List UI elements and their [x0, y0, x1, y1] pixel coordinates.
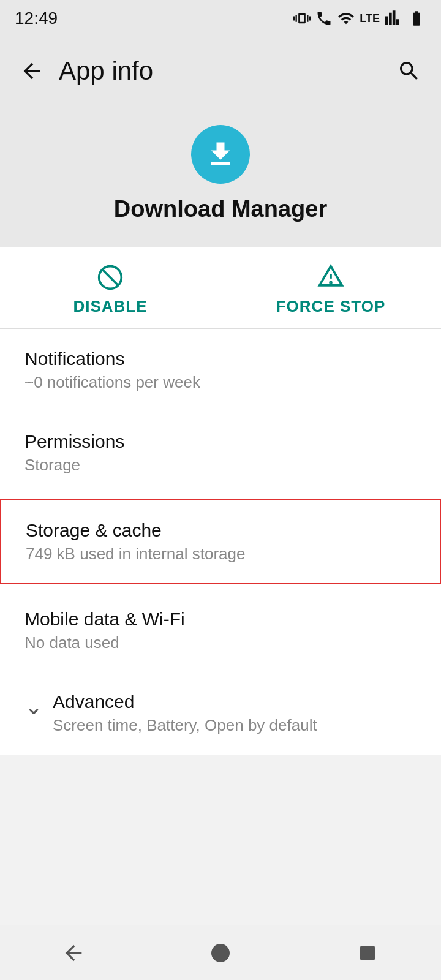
advanced-subtitle: Screen time, Battery, Open by default: [53, 716, 317, 735]
mobile-data-title: Mobile data & Wi-Fi: [24, 609, 417, 630]
permissions-item[interactable]: Permissions Storage: [0, 412, 441, 494]
recents-nav-button[interactable]: [337, 935, 398, 971]
disable-button[interactable]: DISABLE: [49, 264, 172, 316]
disable-icon: [97, 264, 124, 291]
app-bar-left: App info: [15, 54, 153, 88]
wifi-icon: [337, 10, 355, 27]
app-name: Download Manager: [114, 196, 327, 222]
svg-line-1: [102, 270, 118, 285]
notifications-title: Notifications: [24, 349, 417, 369]
advanced-item[interactable]: ⌄ Advanced Screen time, Battery, Open by…: [0, 672, 441, 755]
status-time: 12:49: [15, 9, 58, 28]
notifications-item[interactable]: Notifications ~0 notifications per week: [0, 329, 441, 412]
bottom-nav: [0, 925, 441, 980]
storage-cache-title: Storage & cache: [26, 520, 415, 541]
force-stop-button[interactable]: FORCE STOP: [270, 264, 392, 316]
notifications-subtitle: ~0 notifications per week: [24, 373, 417, 392]
search-button[interactable]: [392, 54, 426, 88]
back-nav-icon: [61, 941, 86, 965]
force-stop-label: FORCE STOP: [276, 297, 386, 316]
chevron-down-icon: ⌄: [24, 694, 43, 720]
disable-label: DISABLE: [73, 297, 147, 316]
permissions-title: Permissions: [24, 431, 417, 452]
advanced-title: Advanced: [53, 692, 317, 712]
battery-icon: [407, 10, 426, 27]
svg-point-5: [211, 944, 230, 962]
phone-icon: [315, 10, 333, 27]
svg-point-4: [330, 282, 331, 283]
home-nav-icon: [209, 942, 232, 964]
settings-list: Notifications ~0 notifications per week …: [0, 329, 441, 755]
lte-label: LTE: [360, 12, 380, 25]
mobile-data-subtitle: No data used: [24, 633, 417, 652]
app-icon: [191, 125, 250, 184]
app-bar: App info: [0, 37, 441, 105]
svg-rect-6: [360, 946, 375, 960]
force-stop-icon: [317, 264, 344, 291]
back-button[interactable]: [15, 54, 49, 88]
advanced-content: Advanced Screen time, Battery, Open by d…: [53, 692, 317, 735]
app-header: Download Manager: [0, 105, 441, 247]
back-nav-button[interactable]: [43, 935, 104, 971]
permissions-subtitle: Storage: [24, 456, 417, 475]
storage-cache-item[interactable]: Storage & cache 749 kB used in internal …: [0, 499, 441, 584]
back-icon: [20, 59, 44, 83]
actions-row: DISABLE FORCE STOP: [0, 247, 441, 329]
storage-cache-subtitle: 749 kB used in internal storage: [26, 545, 415, 564]
home-nav-button[interactable]: [190, 935, 251, 971]
search-icon: [397, 59, 421, 83]
recents-nav-icon: [356, 942, 379, 964]
signal-icon: [385, 10, 402, 27]
download-icon: [205, 138, 236, 170]
mobile-data-item[interactable]: Mobile data & Wi-Fi No data used: [0, 589, 441, 672]
status-bar: 12:49 LTE: [0, 0, 441, 37]
status-icons: LTE: [293, 10, 426, 27]
page-title: App info: [59, 56, 153, 86]
vibrate-icon: [293, 10, 311, 27]
